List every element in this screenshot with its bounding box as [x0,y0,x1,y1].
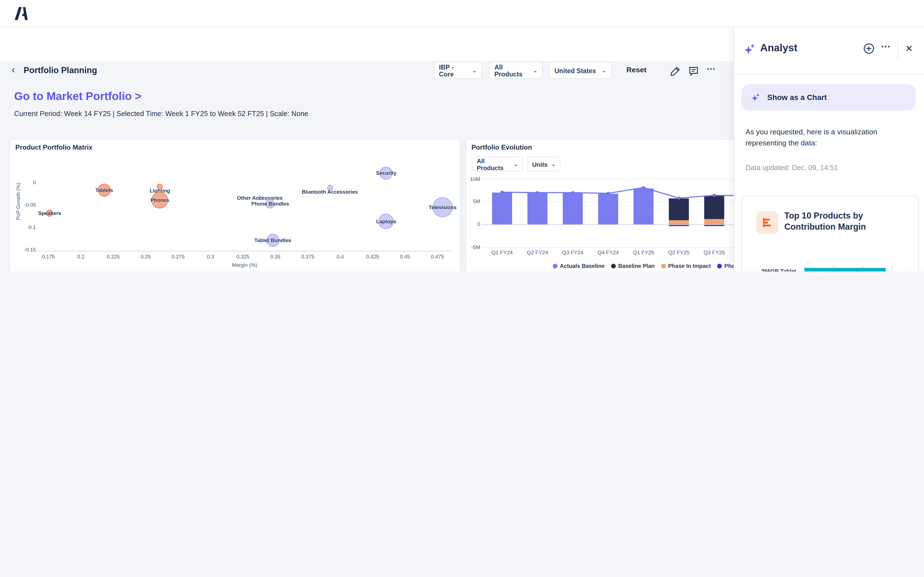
scatter-bubble-label: Phone Bundles [251,201,289,207]
back-chevron-icon[interactable]: ‹ [12,64,15,76]
y-tick-label: -0.15 [10,247,36,253]
more-options-icon[interactable]: ⋯ [707,64,716,74]
analyst-panel: Analyst ⋯ ✕ Show as a Chart As you reque… [733,27,924,271]
show-as-chart-chip[interactable]: Show as a Chart [741,84,916,111]
legend-dot [717,263,722,268]
x-tick-label: Q3 FY25 [697,250,732,255]
scatter-bubble-label: Speakers [38,211,61,216]
legend-label: Actuals Baseline [560,263,605,269]
legend-dot [553,263,557,268]
scatter-bubble-label: Tablets [95,187,113,193]
panel-more-icon[interactable]: ⋯ [881,41,891,52]
x-tick-label: 0.175 [37,254,60,259]
x-tick-label: 0.25 [134,254,157,259]
phase-out-bar[interactable] [669,225,689,226]
bar-chart-icon [756,211,779,234]
header-divider [897,41,898,60]
x-tick-label: Q1 FY25 [626,250,661,255]
scatter-bubble-label: Other Accessories [237,195,283,201]
baseline-plan-bar[interactable] [669,198,689,221]
x-tick-label: 0.425 [361,254,384,259]
page-title: Portfolio Planning [24,65,97,75]
phase-in-bar[interactable] [669,221,689,224]
actuals-baseline-bar[interactable] [633,189,653,224]
actuals-baseline-bar[interactable] [492,192,512,224]
scatter-bubble-label: Phones [150,198,170,203]
comment-icon[interactable] [688,66,699,76]
app-window: ‹ Portfolio Planning IBP - Core⌄ All Pro… [0,0,924,271]
analyst-panel-header: Analyst ⋯ ✕ [734,27,924,74]
show-as-chart-label: Show as a Chart [767,93,827,102]
actuals-baseline-bar[interactable] [598,193,618,224]
y-tick-label: 0 [10,179,36,185]
y-tick-label: 0 [466,221,480,227]
close-icon[interactable]: ✕ [905,43,913,54]
sparkle-icon [751,92,761,103]
reset-button[interactable]: Reset [627,66,646,74]
y-tick-label: -5M [466,244,480,250]
anaplan-logo[interactable] [14,6,29,21]
x-tick-label: Q1 FY24 [484,250,520,255]
x-tick-label: Q3 FY24 [555,250,591,255]
filter-products[interactable]: All Products⌄ [489,62,543,79]
new-chat-plus-icon[interactable] [863,43,874,54]
chevron-down-icon: ⌄ [472,67,477,73]
actuals-baseline-bar[interactable] [527,193,547,224]
scatter-bubble-label: Laptops [376,218,396,224]
legend-item: Baseline Plan [611,263,654,269]
legend-dot [611,263,616,268]
x-tick-label: 0.225 [102,254,125,259]
y-tick-label: -0.05 [10,202,36,208]
analyst-title: Analyst [760,42,797,54]
data-updated-timestamp: Data updated: Dec. 09, 14:51 [745,164,838,172]
top-brand-bar [0,0,924,27]
chevron-down-icon: ⌄ [602,67,606,73]
edit-pencil-icon[interactable] [670,66,681,76]
filter-model[interactable]: IBP - Core⌄ [434,62,482,79]
phase-out-bar[interactable] [704,225,724,226]
actuals-baseline-bar[interactable] [563,193,583,224]
x-tick-label: 0.275 [166,254,190,259]
scatter-bubble-label: Bluetooth Accessories [302,189,358,195]
y-tick-label: -0.1 [10,224,36,230]
go-to-market-link[interactable]: Go to Market Portfolio > [14,90,141,103]
x-tick-label: 0.2 [69,254,93,259]
matrix-scatter-chart: 0-0.05-0.1-0.150.1750.20.2250.250.2750.3… [10,140,460,271]
x-tick-label: Q2 FY24 [520,250,555,255]
scatter-bubble-label: Security [376,170,396,176]
x-tick-label: Q4 FY24 [591,250,626,255]
x-axis-title: Margin (%) [221,262,268,268]
x-tick-label: 0.375 [296,254,320,259]
x-tick-label: 0.325 [231,254,255,259]
x-tick-label: 0.4 [328,254,352,259]
phase-in-bar[interactable] [704,219,724,224]
top10-row: 256GB Tablet [749,266,902,271]
legend-item: Actuals Baseline [553,263,605,269]
top10-bar[interactable] [804,268,886,271]
y-tick-label: 5M [466,198,480,205]
scatter-bubble-label: Tablet Bundles [255,237,291,243]
x-tick-label: 0.3 [199,254,222,259]
top10-chart-title: Top 10 Products by Contribution Margin [784,210,899,233]
x-tick-label: 0.45 [393,254,417,259]
analyst-message: As you requested, here is a visualizatio… [745,127,910,149]
top10-chart-card: Top 10 Products by Contribution Margin 2… [741,195,919,271]
y-tick-label: 10M [466,176,480,182]
legend-label: Baseline Plan [618,263,654,269]
current-period-line: Current Period: Week 14 FY25 | Selected … [14,110,308,118]
chevron-down-icon: ⌄ [533,67,538,73]
legend-item: Phase In Impact [661,263,711,269]
baseline-plan-bar[interactable] [704,195,724,219]
legend-dot [661,263,666,268]
x-tick-label: 0.475 [426,254,449,259]
product-portfolio-matrix-card: Product Portfolio Matrix 0-0.05-0.1-0.15… [10,139,461,271]
sparkle-icon [743,42,757,56]
filter-region[interactable]: United States⌄ [549,62,612,79]
x-tick-label: Q2 FY25 [661,250,697,255]
top10-bar-chart: 256GB TabletTablet & Ca...Class Break ..… [749,266,902,271]
x-axis-line [38,251,451,251]
top10-category-label: 256GB Tablet [749,266,796,271]
y-axis-title: PoP Growth (%) [15,182,21,220]
scatter-bubble-label: Televisions [429,205,456,211]
legend-label: Phase In Impact [668,263,711,269]
